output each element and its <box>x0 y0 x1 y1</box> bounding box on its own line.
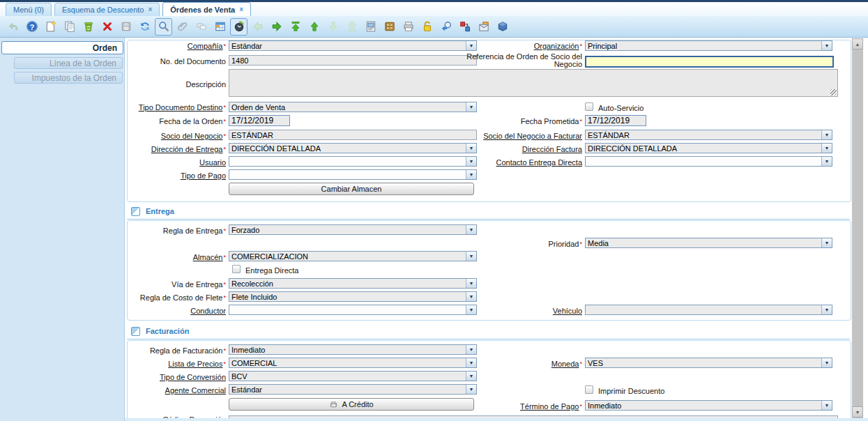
date-ordered-field[interactable] <box>229 115 290 126</box>
chevron-down-icon[interactable]: ▼ <box>466 102 476 112</box>
first-record-icon <box>289 20 302 33</box>
zoom-across-button[interactable] <box>437 18 455 36</box>
copy-record-button[interactable] <box>61 18 78 36</box>
bp-reference-field[interactable] <box>585 56 834 68</box>
delivery-via-combobox[interactable]: Recolección▼ <box>229 278 477 289</box>
chevron-down-icon[interactable]: ▼ <box>821 144 832 153</box>
window-bottom-border <box>125 418 868 421</box>
print-button[interactable] <box>399 18 417 36</box>
find-button[interactable] <box>155 18 172 36</box>
print-discount-checkbox[interactable] <box>585 385 593 394</box>
delivery-rule-combobox[interactable]: Forzado▼ <box>229 224 477 235</box>
chevron-down-icon[interactable]: ▼ <box>466 345 476 354</box>
document-no-field[interactable] <box>229 55 477 66</box>
lock-button[interactable] <box>418 18 436 36</box>
invoice-rule-combobox[interactable]: Inmediato▼ <box>229 344 477 355</box>
close-icon[interactable]: × <box>148 6 152 13</box>
first-record-button[interactable] <box>287 18 304 36</box>
parent-record-button[interactable] <box>249 18 266 36</box>
tab-esquema-label: Esquema de Descuento <box>62 6 144 14</box>
priority-label: Prioridad* <box>446 240 582 248</box>
target-doc-type-combobox[interactable]: Orden de Venta▼ <box>229 102 477 112</box>
description-textarea[interactable] <box>229 69 838 97</box>
dropship-contact-combobox[interactable]: ▼ <box>585 156 832 167</box>
credit-button[interactable]: A Crédito <box>229 398 474 411</box>
invoice-address-combobox[interactable]: DIRECCIÓN DETALLADA▼ <box>585 143 832 153</box>
product-info-button[interactable] <box>494 18 511 36</box>
chevron-down-icon[interactable]: ▼ <box>821 157 832 166</box>
delivery-section-header[interactable]: Entrega <box>127 204 850 220</box>
resize-handle-icon[interactable] <box>830 89 837 95</box>
grid-toggle-button[interactable] <box>211 18 229 36</box>
tab-menu[interactable]: Menú (0) <box>6 3 52 16</box>
driver-combobox[interactable]: ▼ <box>229 305 477 315</box>
collapse-toggle-icon[interactable] <box>131 207 140 216</box>
target-doc-type-label: Tipo Documento Destino* <box>105 104 226 112</box>
chevron-down-icon[interactable]: ▼ <box>466 170 476 179</box>
chevron-down-icon[interactable]: ▼ <box>821 130 832 139</box>
chevron-down-icon[interactable]: ▼ <box>466 225 476 234</box>
business-partner-field[interactable] <box>229 130 477 140</box>
delete-selection-button[interactable] <box>98 18 116 36</box>
chevron-down-icon[interactable]: ▼ <box>466 292 476 301</box>
vertical-scrollbar[interactable]: ▲ ▼ <box>852 38 863 421</box>
detail-record-button[interactable] <box>268 18 285 36</box>
date-promised-field[interactable] <box>585 115 646 126</box>
payment-rule-combobox[interactable]: ▼ <box>229 169 477 180</box>
conversion-type-combobox[interactable]: BCV▼ <box>229 371 477 381</box>
chevron-down-icon[interactable]: ▼ <box>821 238 832 247</box>
priority-combobox[interactable]: Media▼ <box>585 238 832 248</box>
archive-button[interactable] <box>381 18 398 36</box>
delivery-address-combobox[interactable]: DIRECCIÓN DETALLADA▼ <box>229 143 477 153</box>
recent-items-button[interactable] <box>230 18 248 36</box>
delete-record-button[interactable] <box>79 18 97 36</box>
delivery-rule-label: Regla de Entrega* <box>105 227 226 235</box>
warehouse-combobox[interactable]: COMERCIALIZACION▼ <box>229 251 477 261</box>
next-record-button[interactable] <box>324 18 342 36</box>
payment-term-combobox[interactable]: Inmediato▼ <box>585 400 832 411</box>
close-icon[interactable]: × <box>239 6 243 13</box>
tab-ordenes-venta[interactable]: Órdenes de Venta × <box>162 2 251 16</box>
vehicle-combobox[interactable]: ▼ <box>585 305 832 315</box>
scroll-up-icon[interactable]: ▲ <box>852 38 863 49</box>
user-combobox[interactable]: ▼ <box>229 156 477 167</box>
undo-button[interactable] <box>4 18 22 36</box>
chevron-down-icon[interactable]: ▼ <box>466 385 476 394</box>
sales-rep-combobox[interactable]: Estándar▼ <box>229 384 477 395</box>
chevron-down-icon[interactable]: ▼ <box>821 358 832 367</box>
new-record-button[interactable] <box>42 18 59 36</box>
business-partner-label: Socio del Negocio* <box>105 132 226 140</box>
chevron-down-icon[interactable]: ▼ <box>466 372 476 381</box>
previous-record-button[interactable] <box>305 18 323 36</box>
self-service-checkbox[interactable] <box>585 102 593 111</box>
chevron-down-icon[interactable]: ▼ <box>466 279 476 288</box>
scroll-down-icon[interactable]: ▼ <box>852 406 863 418</box>
price-list-combobox[interactable]: COMERCIAL▼ <box>229 358 477 368</box>
chat-button[interactable] <box>192 18 210 36</box>
company-combobox[interactable]: Estándar▼ <box>229 40 477 51</box>
save-button[interactable] <box>117 18 135 36</box>
report-button[interactable] <box>362 18 379 36</box>
refresh-button[interactable] <box>136 18 153 36</box>
collapse-toggle-icon[interactable] <box>131 327 140 336</box>
chevron-down-icon[interactable]: ▼ <box>466 252 476 261</box>
dropship-checkbox[interactable] <box>232 265 241 273</box>
last-record-button[interactable] <box>343 18 360 36</box>
invoice-partner-combobox[interactable]: ESTÁNDAR▼ <box>585 130 832 140</box>
zoom-across-icon <box>440 20 452 33</box>
chevron-down-icon[interactable]: ▼ <box>821 401 832 410</box>
freight-cost-rule-combobox[interactable]: Flete Incluido▼ <box>229 291 477 302</box>
chevron-down-icon[interactable]: ▼ <box>821 41 832 50</box>
currency-combobox[interactable]: VES▼ <box>585 358 832 368</box>
help-button[interactable]: ? <box>23 18 40 36</box>
attachment-button[interactable] <box>174 18 191 36</box>
change-warehouse-button[interactable]: Cambiar Almacen <box>229 183 474 195</box>
organization-combobox[interactable]: Principal▼ <box>585 40 832 51</box>
tab-esquema-descuento[interactable]: Esquema de Descuento × <box>54 3 160 16</box>
lock-icon <box>421 20 434 33</box>
invoicing-section-header[interactable]: Facturación <box>127 323 850 339</box>
document-no-label: No. del Documento <box>105 58 226 66</box>
workflow-button[interactable] <box>456 18 473 36</box>
email-button[interactable] <box>475 18 492 36</box>
chevron-down-icon[interactable]: ▼ <box>821 305 832 314</box>
